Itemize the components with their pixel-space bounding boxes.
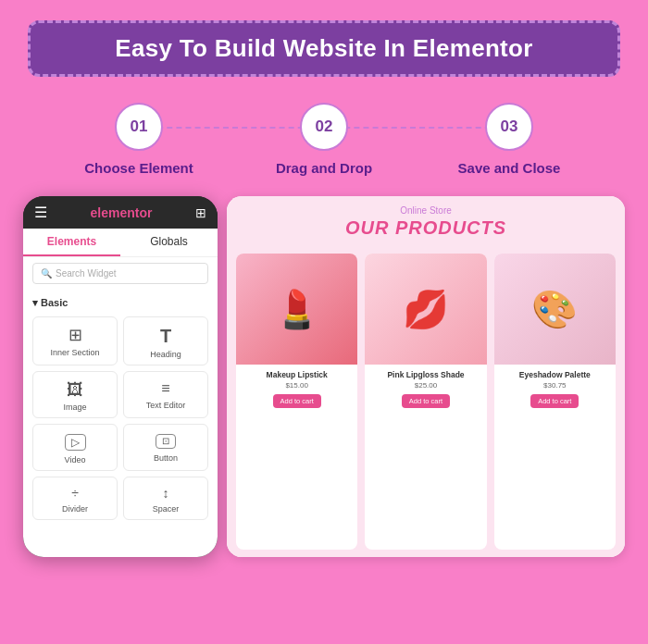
product-img-2: 💋 [365, 254, 486, 365]
widget-text-editor[interactable]: ≡ Text Editor [123, 371, 208, 418]
heading-icon: T [160, 327, 171, 345]
widget-image[interactable]: 🖼 Image [32, 371, 118, 418]
product-emoji-3: 🎨 [494, 254, 616, 365]
text-editor-icon: ≡ [161, 381, 169, 396]
step-3-label: Save and Close [458, 160, 561, 176]
search-placeholder: Search Widget [56, 268, 117, 279]
website-preview: Online Store OUR PRODUCTS 💄 Makeup Lipst… [227, 196, 625, 557]
hamburger-icon: ☰ [34, 204, 47, 221]
add-to-cart-btn-2[interactable]: Add to cart [402, 394, 450, 408]
preview-title: OUR PRODUCTS [242, 217, 610, 239]
tab-elements[interactable]: Elements [23, 229, 120, 256]
step-2-label: Drag and Drop [276, 160, 372, 176]
widget-heading-label: Heading [150, 350, 181, 359]
phone-mockup: ☰ elementor ⊞ Elements Globals 🔍 Search … [23, 196, 218, 557]
widget-spacer-label: Spacer [153, 504, 180, 514]
product-name-2: Pink Lipgloss Shade [370, 370, 480, 379]
steps-row: 01 Choose Element 02 Drag and Drop 03 Sa… [28, 103, 620, 176]
main-area: ☰ elementor ⊞ Elements Globals 🔍 Search … [23, 196, 625, 557]
step-2-circle: 02 [300, 103, 348, 151]
widget-grid: ⊞ Inner Section T Heading 🖼 Image ≡ Text… [32, 316, 208, 520]
divider-icon: ÷ [71, 487, 79, 500]
step-3-circle: 03 [485, 103, 533, 151]
widget-divider[interactable]: ÷ Divider [32, 477, 118, 520]
step-3: 03 Save and Close [417, 103, 602, 176]
add-to-cart-btn-1[interactable]: Add to cart [273, 394, 321, 408]
product-img-1: 💄 [236, 254, 357, 365]
product-emoji-1: 💄 [236, 254, 357, 365]
elementor-logo-text: elementor [91, 205, 153, 220]
widget-inner-section[interactable]: ⊞ Inner Section [32, 316, 118, 365]
widget-text-editor-label: Text Editor [146, 401, 186, 410]
product-info-3: Eyeshadow Palette $30.75 Add to cart [494, 365, 616, 413]
widget-button-label: Button [154, 453, 178, 463]
products-grid: 💄 Makeup Lipstick $15.00 Add to cart 💋 P… [227, 244, 625, 557]
step-1: 01 Choose Element [46, 103, 231, 176]
widget-heading[interactable]: T Heading [123, 316, 208, 365]
search-box[interactable]: 🔍 Search Widget [32, 263, 208, 284]
widget-button[interactable]: ⊡ Button [123, 424, 208, 471]
phone-header: ☰ elementor ⊞ [23, 196, 218, 229]
widget-video[interactable]: ▷ Video [32, 424, 118, 471]
title-banner: Easy To Build Website In Elementor [28, 20, 620, 77]
product-price-2: $25.00 [370, 381, 480, 390]
section-basic-label: ▾ Basic [32, 297, 208, 309]
step-1-circle: 01 [115, 103, 163, 151]
button-icon: ⊡ [156, 434, 176, 449]
product-price-3: $30.75 [500, 381, 610, 390]
preview-subtitle: Online Store [242, 205, 610, 216]
product-img-3: 🎨 [494, 254, 616, 365]
spacer-icon: ↕ [163, 487, 169, 500]
video-icon: ▷ [65, 434, 86, 451]
product-card-2: 💋 Pink Lipgloss Shade $25.00 Add to cart [365, 254, 486, 550]
widget-video-label: Video [65, 455, 86, 464]
product-emoji-2: 💋 [365, 254, 486, 365]
step-1-label: Choose Element [84, 160, 193, 176]
product-name-1: Makeup Lipstick [242, 370, 352, 379]
arrow-icon: ▾ [32, 297, 41, 308]
grid-icon: ⊞ [195, 205, 206, 220]
product-info-1: Makeup Lipstick $15.00 Add to cart [236, 365, 357, 413]
search-icon: 🔍 [41, 268, 52, 279]
inner-section-icon: ⊞ [69, 327, 82, 343]
main-title: Easy To Build Website In Elementor [68, 34, 580, 63]
product-name-3: Eyeshadow Palette [500, 370, 610, 379]
add-to-cart-btn-3[interactable]: Add to cart [530, 394, 579, 408]
preview-header: Online Store OUR PRODUCTS [227, 196, 625, 244]
product-info-2: Pink Lipgloss Shade $25.00 Add to cart [365, 365, 486, 413]
widget-inner-section-label: Inner Section [50, 348, 99, 357]
product-card-3: 🎨 Eyeshadow Palette $30.75 Add to cart [494, 254, 616, 550]
widget-spacer[interactable]: ↕ Spacer [123, 477, 208, 520]
product-card-1: 💄 Makeup Lipstick $15.00 Add to cart [236, 254, 357, 550]
tab-globals[interactable]: Globals [120, 229, 218, 256]
product-price-1: $15.00 [242, 381, 352, 390]
widget-divider-label: Divider [62, 504, 88, 514]
phone-body: ▾ Basic ⊞ Inner Section T Heading 🖼 Imag… [23, 290, 218, 557]
phone-search-area: 🔍 Search Widget [23, 257, 218, 290]
phone-tabs: Elements Globals [23, 229, 218, 257]
image-icon: 🖼 [67, 381, 83, 398]
widget-image-label: Image [63, 402, 86, 412]
step-2: 02 Drag and Drop [231, 103, 417, 176]
